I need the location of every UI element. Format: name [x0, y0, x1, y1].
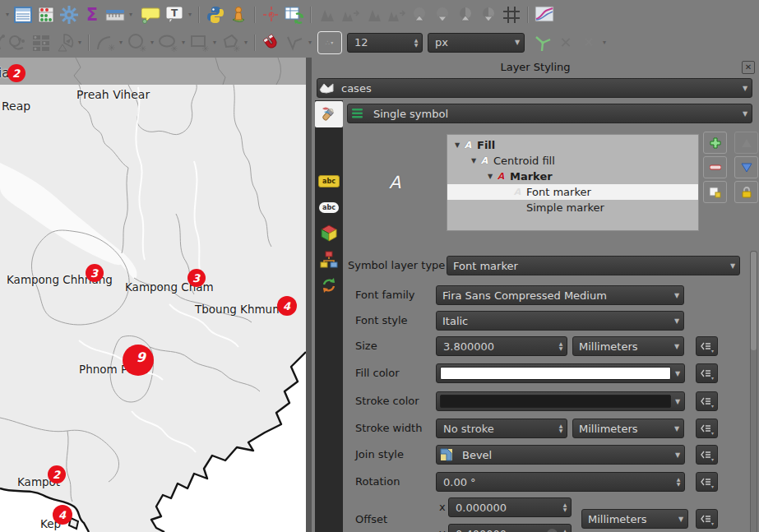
- map-canvas[interactable]: ia Reap Preah Vihear Kampong Chhnang Kam…: [0, 58, 306, 532]
- pie-dropdown-icon[interactable]: ▾: [76, 39, 84, 46]
- contrast-down-icon[interactable]: [477, 3, 500, 26]
- offset-unit-dropdown[interactable]: Millimeters ▼: [581, 509, 688, 529]
- refresh-table-icon[interactable]: [283, 3, 306, 26]
- expand-icon[interactable]: ▼: [469, 157, 479, 164]
- attribute-table-icon[interactable]: [12, 3, 35, 26]
- tree-row-marker[interactable]: ▼ A Marker: [447, 169, 698, 184]
- join-style-override-button[interactable]: [696, 445, 718, 465]
- measure-dropdown-icon[interactable]: ▾: [127, 11, 135, 18]
- snapping-magnet-icon[interactable]: [260, 31, 283, 54]
- size-unit-dropdown[interactable]: Millimeters ▼: [572, 336, 684, 356]
- annotation-dropdown-icon[interactable]: ▾: [186, 11, 194, 18]
- spinner-arrows-icon[interactable]: ▲▼: [555, 423, 567, 433]
- map-tips-icon[interactable]: [140, 3, 163, 26]
- tree-row-fill[interactable]: ▼ A Fill: [447, 137, 698, 153]
- snapping-tolerance-spinbox[interactable]: 12 ▲▼: [347, 33, 423, 53]
- measure-ruler-icon[interactable]: [104, 3, 127, 26]
- fill-color-dropdown[interactable]: ▼: [436, 363, 685, 383]
- renderer-dropdown[interactable]: Single symbol ▼: [347, 104, 752, 123]
- polygon-digitize-icon[interactable]: ✳: [219, 31, 242, 54]
- stroke-color-dropdown[interactable]: ▼: [436, 391, 685, 411]
- clear-value-icon[interactable]: ✕: [547, 529, 558, 532]
- snapping-unit-dropdown[interactable]: px ▼: [428, 33, 525, 53]
- rotation-spinbox[interactable]: 0.00 ° ▲▼: [436, 472, 685, 492]
- panel-scrollbar[interactable]: [750, 251, 757, 532]
- symbol-layer-type-dropdown[interactable]: Font marker ▼: [447, 256, 740, 275]
- add-symbol-layer-button[interactable]: [703, 132, 727, 154]
- brightness-down-icon[interactable]: [431, 3, 454, 26]
- stroke-width-override-button[interactable]: [696, 419, 718, 438]
- stroke-color-override-button[interactable]: [696, 391, 718, 411]
- sum-sigma-icon[interactable]: Σ: [81, 3, 104, 26]
- rectangle-digitize-icon[interactable]: ✳: [187, 31, 211, 54]
- raster-stretch-local-arrows-icon[interactable]: [385, 3, 408, 26]
- spinner-arrows-icon[interactable]: ▲▼: [410, 38, 422, 48]
- x-dropdown-icon[interactable]: ▾: [600, 39, 609, 46]
- duplicate-button[interactable]: [703, 181, 727, 203]
- size-override-button[interactable]: [696, 336, 718, 356]
- grid-icon[interactable]: [500, 3, 523, 26]
- offset-x-spinbox[interactable]: 0.000000 ▲▼: [448, 497, 572, 517]
- move-down-button[interactable]: [734, 156, 758, 178]
- offset-y-spinbox[interactable]: 0.400000 ✕ ▲▼: [448, 524, 572, 532]
- stroke-width-unit-dropdown[interactable]: Millimeters ▼: [572, 419, 684, 438]
- panel-splitter[interactable]: [306, 58, 312, 532]
- brightness-up-icon[interactable]: [408, 3, 431, 26]
- join-style-dropdown[interactable]: Bevel ▼: [436, 445, 685, 465]
- profile-plot-icon[interactable]: [533, 3, 556, 26]
- tab-3d-view[interactable]: [315, 220, 343, 247]
- raster-stretch-arrows-icon[interactable]: [339, 3, 362, 26]
- size-spinbox[interactable]: 3.800000 ▲▼: [436, 336, 567, 356]
- tab-masks[interactable]: abc: [315, 194, 343, 220]
- python-console-icon[interactable]: [204, 3, 227, 26]
- rectangle-dropdown-icon[interactable]: ▾: [211, 39, 219, 46]
- topology-dropdown-icon[interactable]: ▾: [306, 39, 314, 46]
- tab-history[interactable]: [315, 273, 343, 299]
- label-tools-icon[interactable]: [7, 31, 30, 54]
- font-family-dropdown[interactable]: Fira Sans Compressed Medium ▼: [436, 285, 684, 305]
- cad-crosshair-icon[interactable]: [260, 3, 283, 26]
- scrollbar-thumb[interactable]: [751, 252, 757, 350]
- toolbar-overflow-icon[interactable]: ▾: [3, 11, 12, 18]
- tab-diagrams[interactable]: [315, 247, 343, 273]
- layer-list-icon[interactable]: [30, 31, 53, 54]
- ellipse-dropdown-icon[interactable]: ▾: [179, 39, 187, 46]
- contrast-up-icon[interactable]: [454, 3, 477, 26]
- raster-stretch-icon[interactable]: [316, 3, 339, 26]
- ellipse-digitize-icon[interactable]: ✳: [156, 31, 179, 54]
- delete-x-icon[interactable]: ✕: [554, 31, 577, 54]
- rotation-override-button[interactable]: [696, 472, 718, 492]
- close-icon[interactable]: ✕: [742, 61, 755, 74]
- polygon-dropdown-icon[interactable]: ▾: [242, 39, 250, 46]
- processing-gear-icon[interactable]: [58, 3, 81, 26]
- stroke-width-spinbox[interactable]: No stroke ▲▼: [436, 419, 567, 438]
- import-photos-icon[interactable]: [227, 3, 250, 26]
- move-up-button[interactable]: [734, 132, 758, 154]
- lock-color-button[interactable]: [734, 181, 758, 203]
- circle-dropdown-icon[interactable]: ▾: [148, 39, 156, 46]
- faded-x-icon[interactable]: ✕: [577, 31, 600, 54]
- fill-color-override-button[interactable]: [696, 363, 718, 383]
- spinner-arrows-icon[interactable]: ▲▼: [559, 529, 571, 532]
- topology-check-icon[interactable]: [283, 31, 306, 54]
- remove-symbol-layer-button[interactable]: [703, 156, 727, 178]
- tree-row-simple-marker[interactable]: Simple marker: [447, 200, 698, 215]
- curve-dropdown-icon[interactable]: ▾: [117, 39, 125, 46]
- curve-digitize-icon[interactable]: ✳: [94, 31, 117, 54]
- tab-labels[interactable]: abc: [315, 168, 343, 194]
- tree-row-font-marker[interactable]: A Font marker: [447, 184, 698, 200]
- spinner-arrows-icon[interactable]: ▲▼: [673, 477, 684, 487]
- offset-override-button[interactable]: [696, 509, 718, 529]
- raster-stretch-local-icon[interactable]: [362, 3, 385, 26]
- pie-tool-icon[interactable]: [53, 31, 76, 54]
- tracing-dots-button[interactable]: ∴▾: [317, 31, 342, 54]
- spinner-arrows-icon[interactable]: ▲▼: [555, 341, 567, 351]
- expand-icon[interactable]: ▼: [452, 141, 462, 149]
- tab-symbology[interactable]: [315, 101, 343, 127]
- tree-row-centroid-fill[interactable]: ▼ A Centroid fill: [447, 153, 698, 169]
- tracing-y-icon[interactable]: [531, 31, 554, 54]
- expand-icon[interactable]: ▼: [485, 173, 495, 180]
- node-tool-icon[interactable]: [0, 31, 7, 54]
- statistics-icon[interactable]: [35, 3, 58, 26]
- layer-selector-dropdown[interactable]: cases ▼: [317, 78, 752, 98]
